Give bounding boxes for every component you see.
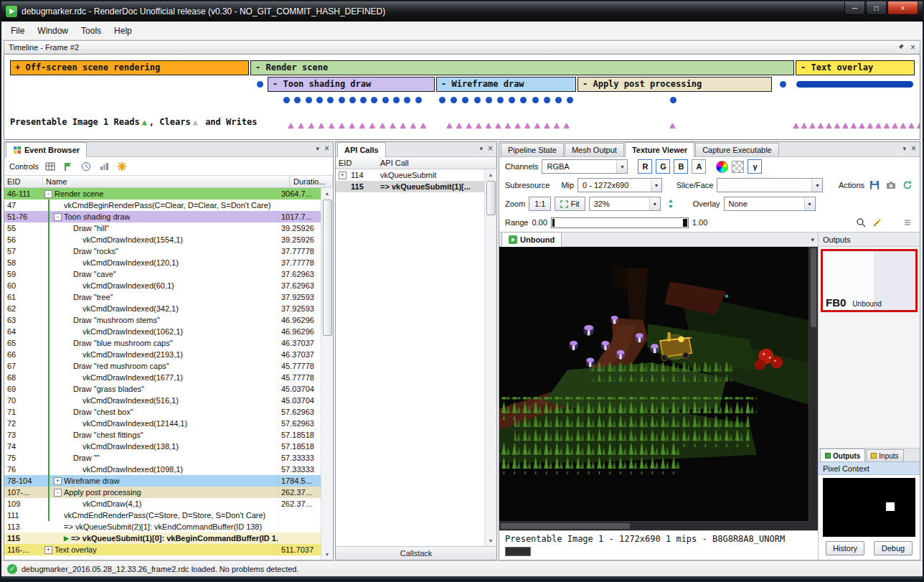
usage-triangle-icon[interactable]: ▲ [513,121,522,130]
tree-expander[interactable] [72,443,80,451]
timeline-marker-block[interactable]: - Apply post processing [578,77,772,92]
timeline-event-dot[interactable] [360,97,367,103]
column-api-call[interactable]: API Call [380,157,496,169]
tree-expander[interactable] [54,202,62,210]
chevron-down-icon[interactable]: ▾ [811,236,814,243]
api-call-row[interactable]: 115 => vkQueueSubmit(1)[... [336,181,484,192]
usage-triangle-icon[interactable]: ▲ [419,121,428,130]
tree-expander[interactable] [72,500,80,508]
usage-triangle-icon[interactable]: ▲ [398,121,407,130]
scroll-down-icon[interactable]: ▼ [325,549,330,560]
timeline-marker-block[interactable]: - Wireframe draw [436,77,576,92]
usage-triangle-icon[interactable]: ▲ [494,121,503,130]
zoom-dropdown[interactable]: 32% ▾ [589,197,661,211]
timeline-marker-block[interactable]: - Toon shading draw [268,77,435,92]
usage-triangle-icon[interactable]: ▲ [408,121,418,130]
event-row[interactable]: 68 vkCmdDrawIndexed(1677,1) 45.77778 [4,372,321,383]
timeline-event-dot[interactable] [451,97,457,103]
column-duration[interactable]: Duratio... [290,176,333,187]
usage-triangle-icon[interactable]: ▲ [357,121,367,130]
api-call-row[interactable]: + 114 vkQueueSubmit [336,169,484,181]
pin-icon[interactable] [897,43,905,52]
scroll-thumb[interactable] [486,181,496,215]
timeline-event-dot[interactable] [520,97,527,103]
texture-horizontal-scrollbar[interactable] [499,521,808,530]
usage-triangle-icon[interactable]: ▲ [542,121,552,130]
column-eid[interactable]: EID [336,157,380,169]
event-row[interactable]: 66 vkCmdDrawIndexed(2193,1) 46.37037 [4,349,321,360]
timeline-event-dot[interactable] [283,97,290,103]
timeline-overlay-bar[interactable] [796,81,913,88]
tree-expander[interactable]: + [44,546,52,554]
scroll-thumb[interactable] [811,248,816,327]
chevron-down-icon[interactable]: ▾ [316,145,319,152]
timeline-event-dot[interactable] [404,97,410,103]
usage-triangle-icon[interactable]: ▲ [562,121,571,130]
chevron-down-icon[interactable]: ▾ [479,145,483,152]
event-row[interactable]: 109 vkCmdDraw(4,1) 262.37... [4,498,321,510]
usage-triangle-icon[interactable]: ▲ [306,121,316,130]
tree-expander[interactable] [63,454,71,462]
channels-dropdown[interactable]: RGBA ▾ [542,159,628,174]
usage-triangle-icon[interactable]: ▲ [464,121,473,130]
tree-expander[interactable] [72,305,80,313]
event-row[interactable]: 116-... + Text overlay 511.7037 [4,544,321,555]
timeline-event-dot[interactable] [780,81,786,88]
tree-expander[interactable] [72,282,80,290]
timeline-event-dot[interactable] [339,97,345,103]
event-row[interactable]: 60 vkCmdDrawIndexed(60,1) 37.62963 [4,280,321,291]
timeline-marker-block[interactable]: - Render scene [250,60,794,75]
event-row[interactable]: 76 vkCmdDrawIndexed(1098,1) 57.33333 [4,464,321,475]
event-row[interactable]: 46-111 - Render scene 3064.7... [4,188,321,200]
event-row[interactable]: 70 vkCmdDrawIndexed(516,1) 45.03704 [4,395,321,406]
timeline-event-dot[interactable] [474,97,481,103]
timeline-marker-block[interactable]: - Text overlay [796,60,915,75]
tree-expander[interactable]: + [339,172,346,179]
usage-triangle-icon[interactable]: ▲ [668,121,677,130]
tree-expander[interactable] [72,374,80,382]
refresh-icon[interactable] [901,179,914,192]
timeline-marker-block[interactable]: + Off-screen scene rendering [10,60,249,75]
timeline-event-dot[interactable] [555,97,562,103]
usage-triangle-icon[interactable]: ▲ [484,121,493,130]
close-button[interactable]: × [887,1,918,15]
event-row[interactable]: 115 ▶ => vkQueueSubmit(1)[0]: vkBeginCom… [4,532,321,544]
close-icon[interactable]: × [488,144,493,154]
event-row[interactable]: 71 Draw "chest box" 57.62963 [4,406,321,418]
api-calls-scrollbar[interactable]: ▲ ▼ [484,169,496,546]
tree-expander[interactable] [63,225,71,233]
event-row[interactable]: 67 Draw "red mushroom caps" 45.77778 [4,360,321,372]
timeline-canvas[interactable]: + Off-screen scene rendering - Render sc… [4,54,920,140]
tree-expander[interactable] [63,431,71,439]
save-texture-icon[interactable] [868,179,881,192]
texture-preview-image[interactable] [499,247,808,521]
tree-expander[interactable] [63,339,71,347]
event-row[interactable]: 107-... - Apply post processing 262.37..… [4,487,321,498]
fb0-thumbnail[interactable]: FB0 Unbound [821,249,918,312]
tree-expander[interactable] [54,523,62,531]
open-capture-camera-icon[interactable] [885,179,897,192]
event-row[interactable]: 75 Draw "" 57.33333 [4,452,321,464]
tab-api-calls[interactable]: API Calls [337,142,386,157]
column-eid[interactable]: EID [4,176,43,187]
usage-triangle-icon[interactable]: ▲ [337,121,346,130]
event-row[interactable]: 63 Draw "mushroom stems" 46.96296 [4,314,321,326]
event-row[interactable]: 59 Draw "cave" 37.62963 [4,268,321,280]
right-panel-tab[interactable]: Texture Viewer [625,142,694,157]
checkerboard-background-icon[interactable] [732,161,744,173]
usage-triangle-icon[interactable]: ▲ [445,121,454,130]
event-row[interactable]: 56 vkCmdDrawIndexed(1554,1) 39.25926 [4,234,321,245]
event-row[interactable]: 62 vkCmdDrawIndexed(342,1) 37.92593 [4,303,321,314]
menu-item[interactable]: Tools [75,23,108,39]
scroll-thumb[interactable] [501,523,630,529]
timeline-event-dot[interactable] [532,97,539,103]
channel-alpha-toggle[interactable]: A [692,159,706,174]
channel-red-toggle[interactable]: R [638,159,652,174]
tree-expander[interactable] [63,294,71,301]
event-row[interactable]: 64 vkCmdDrawIndexed(1062,1) 46.96296 [4,326,321,337]
usage-triangle-icon[interactable]: ▲ [915,121,921,130]
usage-triangle-icon[interactable]: ▲ [532,121,542,130]
usage-triangle-icon[interactable]: ▲ [378,121,387,130]
event-row[interactable]: 111 vkCmdEndRenderPass(C=Store, D=Store,… [4,510,321,521]
timeline-event-dot[interactable] [415,97,422,103]
